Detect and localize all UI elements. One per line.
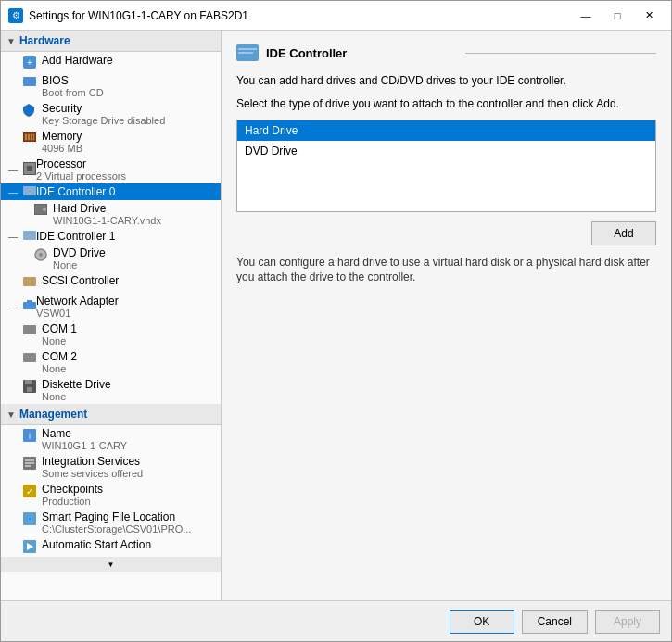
sidebar-item-bios[interactable]: BIOS Boot from CD [1,72,221,100]
memory-icon [23,132,38,146]
autostart-icon [23,540,38,555]
sidebar-item-network-row[interactable]: — Network Adapter VSW01 [1,293,221,321]
close-button[interactable]: ✕ [634,6,664,25]
svg-text:i: i [29,432,31,441]
restore-button[interactable]: □ [602,6,632,25]
svg-rect-10 [23,186,36,195]
minimize-button[interactable]: — [571,6,601,25]
hardware-section-header[interactable]: ▼ Hardware [1,31,221,52]
title-bar: ⚙ Settings for WIN10G1-1-CARY on FABS2D1… [1,1,671,31]
checkpoints-label: Checkpoints [42,483,103,496]
scsi-icon [23,276,38,291]
sidebar-item-com2[interactable]: COM 2 None [1,348,221,376]
integration-sub: Some services offered [42,468,143,479]
diskette-icon [23,380,38,395]
main-window: ⚙ Settings for WIN10G1-1-CARY on FABS2D1… [0,0,672,642]
smartpaging-sub: C:\ClusterStorage\CSV01\PRO... [42,523,191,535]
sidebar-item-name[interactable]: i Name WIN10G1-1-CARY [1,425,221,453]
sidebar-item-hard-drive[interactable]: Hard Drive WIN10G1-1-CARY.vhdx [1,200,221,228]
svg-rect-7 [33,134,34,140]
svg-rect-20 [23,353,36,362]
svg-rect-29 [25,465,31,467]
checkpoints-sub: Production [42,496,103,507]
svg-rect-9 [27,166,32,171]
sidebar: ▼ Hardware + Add Hardware BIOS Boo [1,31,222,600]
security-label: Security [42,102,165,115]
svg-rect-5 [28,134,30,140]
drive-type-list: Hard Drive DVD Drive [236,120,656,212]
sidebar-item-integration[interactable]: Integration Services Some services offer… [1,453,221,481]
add-button[interactable]: Add [591,221,656,245]
smartpaging-label: Smart Paging File Location [42,510,191,523]
security-sub: Key Storage Drive disabled [42,115,165,126]
svg-text:+: + [27,57,32,68]
hardware-chevron-icon: ▼ [6,36,16,46]
svg-rect-28 [25,462,34,464]
com1-sub: None [42,335,77,346]
sidebar-item-scsi[interactable]: SCSI Controller [1,272,221,293]
diskette-sub: None [42,391,111,402]
main-panel: IDE Controller You can add hard drives a… [222,31,671,600]
ok-button[interactable]: OK [450,610,514,634]
security-icon [23,104,38,119]
com1-icon [23,324,38,339]
processor-label: Processor [36,157,126,170]
panel-desc1: You can add hard drives and CD/DVD drive… [236,73,656,89]
sidebar-item-checkpoints[interactable]: ✓ Checkpoints Production [1,481,221,509]
sidebar-item-com1[interactable]: COM 1 None [1,321,221,348]
title-bar-buttons: — □ ✕ [571,6,664,25]
checkpoints-icon: ✓ [23,485,38,499]
integration-label: Integration Services [42,455,143,468]
svg-point-12 [43,208,46,211]
dvd-label: DVD Drive [53,246,106,259]
cancel-button[interactable]: Cancel [522,610,588,634]
management-section-header[interactable]: ▼ Management [1,404,221,425]
svg-rect-36 [238,48,257,50]
name-sub: WIN10G1-1-CARY [42,440,127,451]
autostart-label: Automatic Start Action [42,538,151,551]
com2-label: COM 2 [42,350,77,363]
network-label: Network Adapter [36,295,119,308]
name-icon: i [23,429,38,444]
dvd-drive-option[interactable]: DVD Drive [237,141,655,161]
svg-rect-2 [23,77,36,86]
management-chevron-icon: ▼ [6,409,16,420]
svg-rect-37 [238,52,253,54]
svg-rect-4 [25,134,27,140]
sidebar-item-processor-row[interactable]: — Processor 2 Virtual processors [1,156,221,183]
network-expand-icon: — [8,302,21,312]
hard-drive-label: Hard Drive [53,202,161,215]
dvd-sub: None [53,259,106,271]
sidebar-item-security[interactable]: Security Key Storage Drive disabled [1,100,221,128]
sidebar-item-ide-ctrl-1-row[interactable]: — IDE Controller 1 [1,228,221,245]
panel-divider [465,53,657,54]
processor-icon [23,162,36,178]
svg-rect-22 [25,380,32,384]
hard-drive-option[interactable]: Hard Drive [237,120,655,141]
apply-button[interactable]: Apply [595,610,660,634]
sidebar-item-ide-ctrl-0-row[interactable]: — IDE Controller 0 [1,183,221,200]
sidebar-scroll-down[interactable]: ▼ [1,557,221,572]
sidebar-item-autostart[interactable]: Automatic Start Action [1,536,221,557]
svg-rect-18 [27,300,32,304]
svg-text:✓: ✓ [26,486,33,497]
sidebar-item-diskette[interactable]: Diskette Drive None [1,376,221,404]
hdd-icon [34,204,49,219]
name-label: Name [42,427,127,440]
scsi-label: SCSI Controller [42,274,119,287]
svg-rect-16 [23,277,36,286]
processor-expand-icon: — [8,165,21,175]
svg-rect-19 [23,325,36,334]
sidebar-item-memory[interactable]: Memory 4096 MB [1,128,221,156]
bios-sub: Boot from CD [42,87,104,98]
processor-sub: 2 Virtual processors [36,170,126,182]
svg-rect-27 [25,459,34,461]
ide1-label: IDE Controller 1 [36,230,115,243]
sidebar-item-add-hardware[interactable]: + Add Hardware [1,52,221,72]
sidebar-item-smartpaging[interactable]: Smart Paging File Location C:\ClusterSto… [1,509,221,536]
sidebar-item-dvd-drive[interactable]: DVD Drive None [1,245,221,272]
window-title: Settings for WIN10G1-1-CARY on FABS2D1 [29,9,571,22]
svg-rect-32 [23,512,36,525]
com2-icon [23,352,38,367]
memory-label: Memory [42,130,82,143]
